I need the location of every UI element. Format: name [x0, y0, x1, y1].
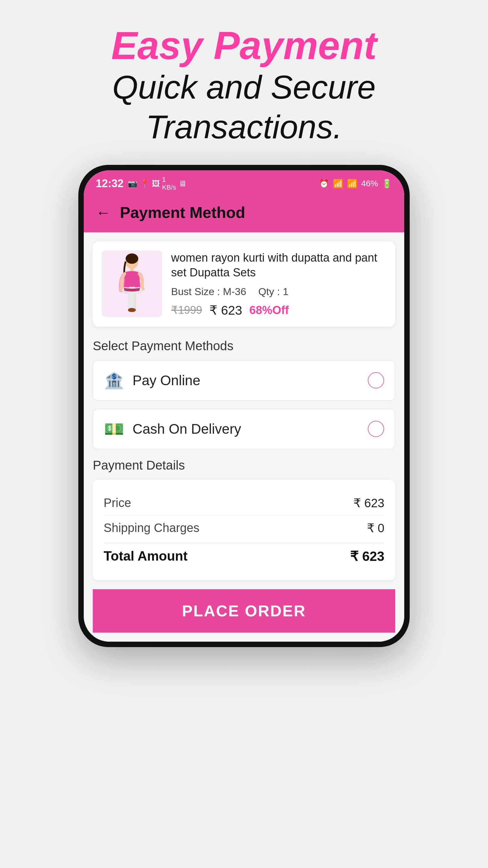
app-header: ← Payment Method — [84, 195, 404, 232]
product-price-row: ₹1999 ₹ 623 68%Off — [171, 303, 386, 318]
battery-text: 46% — [361, 179, 378, 188]
photo-icon: 📷 — [128, 179, 137, 188]
status-time: 12:32 — [96, 177, 124, 190]
easy-payment-title: Easy Payment — [111, 24, 377, 67]
subtitle-line2: Transactions. — [146, 108, 342, 145]
cod-label: Cash On Delivery — [133, 421, 241, 437]
payment-methods-title: Select Payment Methods — [93, 339, 395, 353]
discounted-price: ₹ 623 — [209, 303, 242, 318]
pay-online-left: 🏦 Pay Online — [104, 371, 200, 390]
phone-frame: 12:32 📷 📍 🖼 1KB/s 🖥 ⏰ 📶 📶 46% 🔋 ← Pa — [78, 165, 410, 647]
total-label: Total Amount — [104, 549, 188, 564]
total-row: Total Amount ₹ 623 — [104, 543, 384, 569]
status-bar: 12:32 📷 📍 🖼 1KB/s 🖥 ⏰ 📶 📶 46% 🔋 — [84, 170, 404, 195]
price-label: Price — [104, 496, 131, 510]
shipping-value: ₹ 0 — [367, 521, 384, 535]
location-icon: 📍 — [140, 179, 150, 188]
product-meta: Bust Size : M-36 Qty : 1 — [171, 286, 386, 298]
pay-online-option[interactable]: 🏦 Pay Online — [93, 361, 395, 401]
bust-size: Bust Size : M-36 — [171, 286, 246, 298]
subtitle-line1: Quick and Secure — [112, 68, 376, 105]
product-card: women rayon kurti with dupatta and pant … — [93, 241, 395, 327]
price-row: Price ₹ 623 — [104, 491, 384, 516]
page-subtitle: Quick and Secure Transactions. — [111, 67, 377, 147]
app-content: women rayon kurti with dupatta and pant … — [84, 232, 404, 642]
phone-inner: 12:32 📷 📍 🖼 1KB/s 🖥 ⏰ 📶 📶 46% 🔋 ← Pa — [84, 170, 404, 642]
back-button[interactable]: ← — [96, 204, 111, 221]
screen-icon: 🖥 — [178, 179, 187, 188]
place-order-button[interactable]: PLACE ORDER — [93, 589, 395, 632]
pay-online-label: Pay Online — [133, 372, 200, 389]
wifi-icon: 📶 — [333, 179, 344, 189]
quantity: Qty : 1 — [258, 286, 288, 298]
shipping-row: Shipping Charges ₹ 0 — [104, 516, 384, 540]
product-info: women rayon kurti with dupatta and pant … — [171, 250, 386, 318]
svg-point-6 — [128, 308, 135, 312]
status-icons: 📷 📍 🖼 1KB/s 🖥 — [128, 176, 186, 191]
cash-icon: 💵 — [104, 420, 124, 438]
svg-point-1 — [126, 253, 138, 264]
data-speed-icon: 1KB/s — [162, 176, 176, 191]
product-image — [102, 250, 162, 317]
price-value: ₹ 623 — [353, 496, 384, 510]
signal-icon: 📶 — [347, 179, 358, 189]
original-price: ₹1999 — [171, 304, 202, 316]
status-right: ⏰ 📶 📶 46% 🔋 — [319, 179, 392, 189]
bank-icon: 🏦 — [104, 371, 124, 390]
pay-online-radio[interactable] — [368, 372, 384, 389]
page-title-container: Easy Payment Quick and Secure Transactio… — [111, 24, 377, 147]
alarm-icon: ⏰ — [319, 179, 329, 189]
discount-badge: 68%Off — [250, 304, 289, 317]
battery-icon: 🔋 — [382, 179, 392, 189]
product-name: women rayon kurti with dupatta and pant … — [171, 250, 386, 280]
total-value: ₹ 623 — [350, 549, 384, 564]
image-icon: 🖼 — [152, 179, 160, 188]
payment-details-title: Payment Details — [93, 458, 395, 472]
payment-details-card: Price ₹ 623 Shipping Charges ₹ 0 Total A… — [93, 480, 395, 580]
cod-left: 💵 Cash On Delivery — [104, 420, 241, 438]
cash-on-delivery-option[interactable]: 💵 Cash On Delivery — [93, 409, 395, 449]
header-title: Payment Method — [120, 204, 245, 221]
cod-radio[interactable] — [368, 421, 384, 437]
shipping-label: Shipping Charges — [104, 521, 199, 535]
status-left: 12:32 📷 📍 🖼 1KB/s 🖥 — [96, 176, 187, 191]
